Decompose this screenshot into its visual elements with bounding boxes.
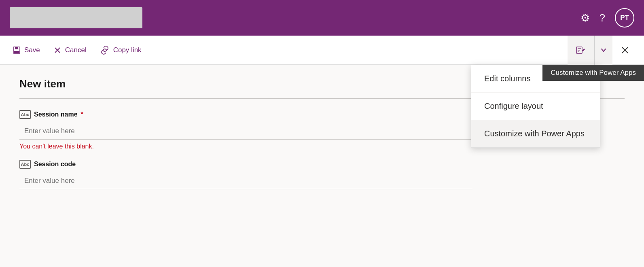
cancel-label: Cancel [65, 46, 87, 54]
close-panel-button[interactable] [612, 36, 638, 65]
session-name-required: * [81, 111, 83, 118]
copy-link-icon [100, 46, 110, 55]
avatar[interactable]: PT [615, 8, 634, 28]
save-label: Save [24, 46, 40, 54]
header-actions: ⚙ ? PT [580, 8, 634, 28]
toolbar-left-actions: Save Cancel Copy link [6, 42, 568, 58]
header-bar: ⚙ ? PT [0, 0, 644, 36]
app-logo-placeholder [10, 7, 142, 28]
session-name-type-icon: Abc [19, 110, 31, 119]
session-code-type-icon: Abc [19, 160, 31, 169]
save-icon [12, 46, 21, 55]
session-code-label-text: Session code [34, 161, 76, 168]
session-name-label-text: Session name [34, 111, 78, 118]
session-code-field: Abc Session code [19, 160, 625, 189]
tooltip-customize-power-apps: Customize with Power Apps [542, 65, 644, 81]
copy-link-button[interactable]: Copy link [94, 42, 147, 58]
copy-link-label: Copy link [113, 46, 142, 54]
dropdown-toggle-button[interactable] [594, 36, 612, 65]
session-name-input[interactable] [19, 123, 472, 140]
toolbar-right-actions [568, 36, 638, 65]
svg-rect-2 [14, 51, 19, 53]
session-code-input[interactable] [19, 173, 472, 189]
customize-panel-button[interactable] [568, 36, 594, 65]
dropdown-item-customize-power-apps[interactable]: Customize with Power Apps [471, 120, 600, 147]
close-icon [621, 46, 629, 55]
session-code-label: Abc Session code [19, 160, 625, 169]
save-button[interactable]: Save [6, 42, 46, 58]
edit-form-icon [576, 46, 586, 55]
toolbar: Save Cancel Copy link [0, 36, 644, 65]
chevron-down-icon [600, 47, 607, 53]
cancel-button[interactable]: Cancel [47, 42, 92, 58]
svg-rect-1 [15, 47, 18, 49]
settings-icon[interactable]: ⚙ [580, 12, 590, 24]
cancel-icon [53, 46, 62, 55]
dropdown-item-configure-layout[interactable]: Configure layout [471, 93, 600, 120]
help-icon[interactable]: ? [600, 12, 605, 24]
